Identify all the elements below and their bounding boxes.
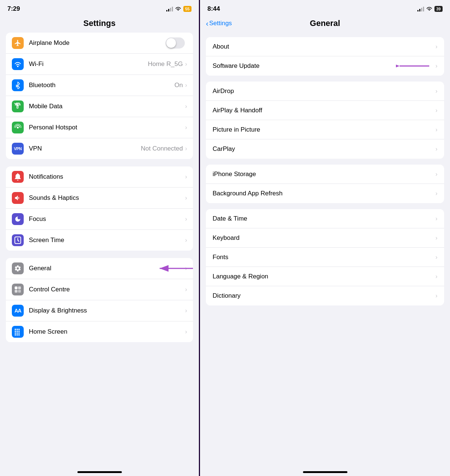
sounds-haptics-row[interactable]: Sounds & Haptics › xyxy=(6,188,193,209)
background-app-refresh-label: Background App Refresh xyxy=(213,190,436,197)
battery-left: 55 xyxy=(183,6,191,12)
general-icon xyxy=(12,262,24,274)
about-chevron: › xyxy=(436,43,437,50)
notifications-row[interactable]: Notifications › xyxy=(6,166,193,188)
dictionary-label: Dictionary xyxy=(213,292,436,300)
mobile-data-row[interactable]: Mobile Data › xyxy=(6,96,193,117)
svg-rect-6 xyxy=(18,287,21,290)
date-time-row[interactable]: Date & Time › xyxy=(206,209,444,228)
picture-in-picture-row[interactable]: Picture in Picture › xyxy=(206,120,444,139)
general-title: General xyxy=(310,19,340,28)
status-bar-left: 7:29 55 xyxy=(0,0,199,16)
about-section: About › Software Update › xyxy=(206,37,444,76)
storage-section: iPhone Storage › Background App Refresh … xyxy=(206,165,444,203)
home-screen-row[interactable]: Home Screen › xyxy=(6,321,193,342)
bluetooth-icon xyxy=(12,79,24,91)
svg-rect-21 xyxy=(19,334,20,335)
keyboard-chevron: › xyxy=(436,235,437,241)
general-section: General › Control Centre › xyxy=(6,258,193,342)
back-button[interactable]: ‹ Settings xyxy=(206,20,232,27)
status-bar-right: 8:44 39 xyxy=(200,0,450,16)
left-panel: 7:29 55 Settings Airplane Mode xyxy=(0,0,200,476)
mobile-data-icon xyxy=(12,100,24,112)
airdrop-chevron: › xyxy=(436,88,437,95)
screen-time-chevron: › xyxy=(185,237,187,244)
airplane-mode-row[interactable]: Airplane Mode xyxy=(6,33,193,54)
home-screen-chevron: › xyxy=(185,328,187,335)
vpn-row[interactable]: VPN VPN Not Connected › xyxy=(6,138,193,159)
fonts-chevron: › xyxy=(436,254,437,261)
svg-rect-5 xyxy=(15,287,18,290)
dictionary-row[interactable]: Dictionary › xyxy=(206,286,444,305)
vpn-value: Not Connected xyxy=(141,145,183,152)
status-icons-right: 39 xyxy=(417,6,443,12)
wifi-chevron: › xyxy=(185,61,187,67)
right-panel: 8:44 39 ‹ Settings General About › xyxy=(200,0,450,476)
keyboard-label: Keyboard xyxy=(213,234,436,242)
airdrop-label: AirDrop xyxy=(213,87,436,95)
carplay-label: CarPlay xyxy=(213,145,436,153)
carplay-row[interactable]: CarPlay › xyxy=(206,139,444,159)
sounds-haptics-icon xyxy=(12,192,24,204)
settings-header: Settings xyxy=(0,16,199,33)
airplay-handoff-row[interactable]: AirPlay & Handoff › xyxy=(206,101,444,120)
date-time-chevron: › xyxy=(436,215,437,222)
svg-point-1 xyxy=(17,105,19,106)
about-row[interactable]: About › xyxy=(206,37,444,56)
home-bar-right xyxy=(303,471,347,473)
sounds-haptics-label: Sounds & Haptics xyxy=(29,194,185,202)
control-centre-chevron: › xyxy=(185,286,187,293)
connectivity-section: Airplane Mode Wi-Fi Home R_5G › Bluetoot… xyxy=(6,33,193,159)
left-scroll-content: Airplane Mode Wi-Fi Home R_5G › Bluetoot… xyxy=(0,33,199,467)
bluetooth-label: Bluetooth xyxy=(29,82,174,89)
iphone-storage-label: iPhone Storage xyxy=(213,171,436,178)
focus-chevron: › xyxy=(185,216,187,222)
display-brightness-icon: AA xyxy=(12,305,24,317)
airplane-mode-icon xyxy=(12,37,24,49)
svg-rect-9 xyxy=(15,329,16,330)
wifi-row[interactable]: Wi-Fi Home R_5G › xyxy=(6,54,193,75)
language-region-row[interactable]: Language & Region › xyxy=(206,267,444,286)
general-label: General xyxy=(29,265,185,272)
battery-right: 39 xyxy=(434,6,443,12)
svg-rect-10 xyxy=(17,329,18,330)
svg-rect-13 xyxy=(15,331,16,332)
vpn-label: VPN xyxy=(29,145,141,152)
notifications-chevron: › xyxy=(185,173,187,180)
vpn-chevron: › xyxy=(185,145,187,152)
dictionary-chevron: › xyxy=(436,292,437,299)
general-row[interactable]: General › xyxy=(6,258,193,279)
wifi-label: Wi-Fi xyxy=(29,60,148,68)
personal-hotspot-label: Personal Hotspot xyxy=(29,124,185,131)
svg-rect-8 xyxy=(18,290,21,293)
airdrop-row[interactable]: AirDrop › xyxy=(206,82,444,101)
screen-time-row[interactable]: Screen Time › xyxy=(6,230,193,251)
screen-time-icon xyxy=(12,234,24,246)
airplay-handoff-chevron: › xyxy=(436,107,437,114)
general-nav-header: ‹ Settings General xyxy=(200,16,450,33)
time-right: 8:44 xyxy=(207,5,220,13)
svg-point-2 xyxy=(17,127,19,129)
display-brightness-row[interactable]: AA Display & Brightness › xyxy=(6,300,193,321)
general-chevron: › xyxy=(185,265,187,272)
bluetooth-row[interactable]: Bluetooth On › xyxy=(6,75,193,96)
keyboard-row[interactable]: Keyboard › xyxy=(206,228,444,248)
iphone-storage-row[interactable]: iPhone Storage › xyxy=(206,165,444,184)
background-app-refresh-row[interactable]: Background App Refresh › xyxy=(206,184,444,203)
fonts-row[interactable]: Fonts › xyxy=(206,248,444,267)
software-update-row[interactable]: Software Update › xyxy=(206,56,444,76)
screen-time-label: Screen Time xyxy=(29,237,185,244)
home-indicator-left xyxy=(0,467,199,476)
status-icons-left: 55 xyxy=(166,6,191,12)
airplane-mode-toggle[interactable] xyxy=(166,37,185,49)
sharing-section: AirDrop › AirPlay & Handoff › Picture in… xyxy=(206,82,444,159)
svg-rect-18 xyxy=(19,333,20,334)
control-centre-row[interactable]: Control Centre › xyxy=(6,279,193,300)
svg-rect-17 xyxy=(17,333,18,334)
svg-rect-19 xyxy=(15,334,16,335)
right-scroll-content: About › Software Update › xyxy=(200,33,450,467)
focus-row[interactable]: Focus › xyxy=(6,209,193,230)
software-update-label: Software Update xyxy=(213,62,436,70)
locale-section: Date & Time › Keyboard › Fonts › Languag… xyxy=(206,209,444,305)
personal-hotspot-row[interactable]: Personal Hotspot › xyxy=(6,117,193,138)
